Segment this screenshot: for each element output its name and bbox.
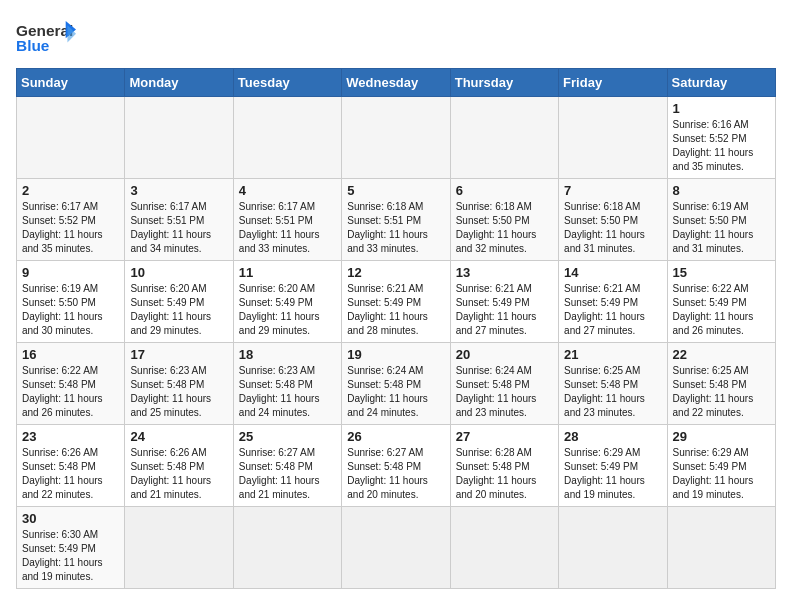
day-number: 18 [239,347,336,362]
day-number: 24 [130,429,227,444]
day-info: Sunrise: 6:24 AM Sunset: 5:48 PM Dayligh… [456,364,553,420]
calendar-cell: 5Sunrise: 6:18 AM Sunset: 5:51 PM Daylig… [342,179,450,261]
calendar-cell: 20Sunrise: 6:24 AM Sunset: 5:48 PM Dayli… [450,343,558,425]
day-info: Sunrise: 6:18 AM Sunset: 5:50 PM Dayligh… [564,200,661,256]
day-info: Sunrise: 6:17 AM Sunset: 5:51 PM Dayligh… [239,200,336,256]
calendar-cell: 1Sunrise: 6:16 AM Sunset: 5:52 PM Daylig… [667,97,775,179]
calendar-cell: 27Sunrise: 6:28 AM Sunset: 5:48 PM Dayli… [450,425,558,507]
logo-icon: General Blue [16,16,76,56]
calendar-cell: 25Sunrise: 6:27 AM Sunset: 5:48 PM Dayli… [233,425,341,507]
day-number: 30 [22,511,119,526]
day-number: 6 [456,183,553,198]
day-info: Sunrise: 6:16 AM Sunset: 5:52 PM Dayligh… [673,118,770,174]
weekday-header-sunday: Sunday [17,69,125,97]
day-info: Sunrise: 6:22 AM Sunset: 5:49 PM Dayligh… [673,282,770,338]
calendar-cell: 13Sunrise: 6:21 AM Sunset: 5:49 PM Dayli… [450,261,558,343]
calendar-cell [233,97,341,179]
weekday-header-tuesday: Tuesday [233,69,341,97]
day-info: Sunrise: 6:26 AM Sunset: 5:48 PM Dayligh… [22,446,119,502]
calendar-cell: 2Sunrise: 6:17 AM Sunset: 5:52 PM Daylig… [17,179,125,261]
calendar-cell: 4Sunrise: 6:17 AM Sunset: 5:51 PM Daylig… [233,179,341,261]
calendar-cell [342,507,450,589]
calendar-week-row: 30Sunrise: 6:30 AM Sunset: 5:49 PM Dayli… [17,507,776,589]
calendar-cell: 23Sunrise: 6:26 AM Sunset: 5:48 PM Dayli… [17,425,125,507]
day-number: 9 [22,265,119,280]
day-number: 26 [347,429,444,444]
calendar-cell: 10Sunrise: 6:20 AM Sunset: 5:49 PM Dayli… [125,261,233,343]
calendar-cell [125,97,233,179]
day-info: Sunrise: 6:20 AM Sunset: 5:49 PM Dayligh… [130,282,227,338]
logo-area: General Blue [16,16,76,56]
calendar-cell [125,507,233,589]
day-info: Sunrise: 6:17 AM Sunset: 5:51 PM Dayligh… [130,200,227,256]
day-number: 13 [456,265,553,280]
day-info: Sunrise: 6:17 AM Sunset: 5:52 PM Dayligh… [22,200,119,256]
weekday-header-row: SundayMondayTuesdayWednesdayThursdayFrid… [17,69,776,97]
day-info: Sunrise: 6:24 AM Sunset: 5:48 PM Dayligh… [347,364,444,420]
calendar-cell [559,507,667,589]
day-number: 22 [673,347,770,362]
calendar-cell: 26Sunrise: 6:27 AM Sunset: 5:48 PM Dayli… [342,425,450,507]
day-number: 2 [22,183,119,198]
calendar-cell: 11Sunrise: 6:20 AM Sunset: 5:49 PM Dayli… [233,261,341,343]
day-info: Sunrise: 6:21 AM Sunset: 5:49 PM Dayligh… [564,282,661,338]
day-info: Sunrise: 6:19 AM Sunset: 5:50 PM Dayligh… [673,200,770,256]
page-header: General Blue [16,16,776,56]
calendar-cell: 14Sunrise: 6:21 AM Sunset: 5:49 PM Dayli… [559,261,667,343]
day-number: 20 [456,347,553,362]
calendar-cell [450,97,558,179]
day-info: Sunrise: 6:27 AM Sunset: 5:48 PM Dayligh… [347,446,444,502]
calendar-cell: 16Sunrise: 6:22 AM Sunset: 5:48 PM Dayli… [17,343,125,425]
day-info: Sunrise: 6:19 AM Sunset: 5:50 PM Dayligh… [22,282,119,338]
day-number: 8 [673,183,770,198]
day-info: Sunrise: 6:27 AM Sunset: 5:48 PM Dayligh… [239,446,336,502]
calendar-cell: 9Sunrise: 6:19 AM Sunset: 5:50 PM Daylig… [17,261,125,343]
day-info: Sunrise: 6:25 AM Sunset: 5:48 PM Dayligh… [673,364,770,420]
calendar-cell: 7Sunrise: 6:18 AM Sunset: 5:50 PM Daylig… [559,179,667,261]
day-info: Sunrise: 6:21 AM Sunset: 5:49 PM Dayligh… [456,282,553,338]
calendar-cell: 28Sunrise: 6:29 AM Sunset: 5:49 PM Dayli… [559,425,667,507]
day-info: Sunrise: 6:26 AM Sunset: 5:48 PM Dayligh… [130,446,227,502]
calendar-cell: 19Sunrise: 6:24 AM Sunset: 5:48 PM Dayli… [342,343,450,425]
calendar-cell [233,507,341,589]
svg-text:General: General [16,22,73,39]
calendar-cell [450,507,558,589]
weekday-header-thursday: Thursday [450,69,558,97]
day-info: Sunrise: 6:29 AM Sunset: 5:49 PM Dayligh… [564,446,661,502]
day-info: Sunrise: 6:29 AM Sunset: 5:49 PM Dayligh… [673,446,770,502]
day-number: 14 [564,265,661,280]
day-number: 17 [130,347,227,362]
day-number: 3 [130,183,227,198]
calendar-cell: 22Sunrise: 6:25 AM Sunset: 5:48 PM Dayli… [667,343,775,425]
calendar-cell: 24Sunrise: 6:26 AM Sunset: 5:48 PM Dayli… [125,425,233,507]
day-number: 15 [673,265,770,280]
day-number: 25 [239,429,336,444]
calendar-cell [559,97,667,179]
calendar-cell: 12Sunrise: 6:21 AM Sunset: 5:49 PM Dayli… [342,261,450,343]
day-info: Sunrise: 6:22 AM Sunset: 5:48 PM Dayligh… [22,364,119,420]
calendar-cell: 3Sunrise: 6:17 AM Sunset: 5:51 PM Daylig… [125,179,233,261]
weekday-header-wednesday: Wednesday [342,69,450,97]
day-number: 28 [564,429,661,444]
calendar-week-row: 23Sunrise: 6:26 AM Sunset: 5:48 PM Dayli… [17,425,776,507]
day-number: 11 [239,265,336,280]
calendar-week-row: 1Sunrise: 6:16 AM Sunset: 5:52 PM Daylig… [17,97,776,179]
day-info: Sunrise: 6:18 AM Sunset: 5:51 PM Dayligh… [347,200,444,256]
calendar-cell [667,507,775,589]
calendar-week-row: 9Sunrise: 6:19 AM Sunset: 5:50 PM Daylig… [17,261,776,343]
calendar-cell: 21Sunrise: 6:25 AM Sunset: 5:48 PM Dayli… [559,343,667,425]
calendar-cell [17,97,125,179]
day-number: 7 [564,183,661,198]
day-number: 27 [456,429,553,444]
day-info: Sunrise: 6:20 AM Sunset: 5:49 PM Dayligh… [239,282,336,338]
calendar-table: SundayMondayTuesdayWednesdayThursdayFrid… [16,68,776,589]
weekday-header-monday: Monday [125,69,233,97]
svg-text:Blue: Blue [16,37,50,54]
day-number: 16 [22,347,119,362]
day-number: 4 [239,183,336,198]
day-number: 21 [564,347,661,362]
day-number: 29 [673,429,770,444]
calendar-week-row: 16Sunrise: 6:22 AM Sunset: 5:48 PM Dayli… [17,343,776,425]
calendar-cell: 6Sunrise: 6:18 AM Sunset: 5:50 PM Daylig… [450,179,558,261]
day-info: Sunrise: 6:28 AM Sunset: 5:48 PM Dayligh… [456,446,553,502]
